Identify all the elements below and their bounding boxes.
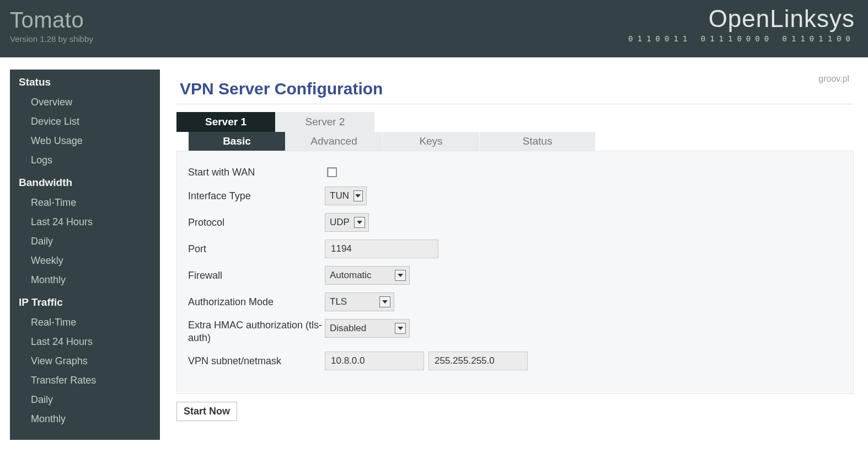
main-content: groov.pl VPN Server Configuration Server… [176, 70, 858, 421]
header-right: OpenLinksys 0110011 01110000 01101100 [628, 7, 855, 43]
select-firewall-value: Automatic [330, 270, 372, 281]
brand-logo: OpenLinksys [628, 7, 855, 31]
select-interface-type-value: TUN [330, 190, 349, 201]
select-protocol-value: UDP [330, 217, 350, 228]
sub-tabs: Basic Advanced Keys Status [189, 132, 854, 151]
app-header: Tomato Version 1.28 by shibby OpenLinksy… [0, 0, 868, 57]
sidebar-item-bw-monthly[interactable]: Monthly [10, 270, 160, 290]
select-hmac[interactable]: Disabled [325, 319, 410, 338]
row-hmac: Extra HMAC authorization (tls-auth) Disa… [188, 319, 842, 344]
sidebar-item-device-list[interactable]: Device List [10, 112, 160, 131]
sidebar-item-ipt-viewgraphs[interactable]: View Graphs [10, 352, 160, 371]
sidebar: Status Overview Device List Web Usage Lo… [10, 70, 160, 440]
row-interface-type: Interface Type TUN [188, 187, 842, 205]
brand-logo-sub: 0110011 01110000 01101100 [628, 34, 855, 43]
tab-server-1[interactable]: Server 1 [176, 112, 276, 132]
label-port: Port [188, 243, 325, 256]
select-hmac-value: Disabled [330, 323, 366, 334]
subtab-basic[interactable]: Basic [189, 132, 286, 151]
sidebar-item-logs[interactable]: Logs [10, 151, 160, 170]
sidebar-section-status: Status [10, 70, 160, 93]
brand-title: Tomato [10, 9, 93, 31]
sidebar-section-bandwidth: Bandwidth [10, 170, 160, 193]
chevron-down-icon [395, 270, 406, 281]
row-start-with-wan: Start with WAN [188, 166, 842, 179]
select-auth-mode-value: TLS [330, 296, 347, 307]
row-firewall: Firewall Automatic [188, 266, 842, 285]
row-auth-mode: Authorization Mode TLS [188, 292, 842, 311]
sidebar-item-bw-weekly[interactable]: Weekly [10, 251, 160, 270]
sidebar-section-iptraffic: IP Traffic [10, 290, 160, 313]
version-text: Version 1.28 by shibby [10, 34, 93, 44]
checkbox-start-with-wan[interactable] [327, 167, 337, 177]
sidebar-item-bw-realtime[interactable]: Real-Time [10, 193, 160, 212]
chevron-down-icon [379, 296, 390, 307]
chevron-down-icon [395, 323, 406, 334]
select-auth-mode[interactable]: TLS [325, 292, 394, 311]
select-protocol[interactable]: UDP [325, 213, 369, 232]
input-port[interactable] [325, 240, 438, 258]
server-tabs: Server 1 Server 2 [176, 112, 854, 132]
sidebar-item-ipt-realtime[interactable]: Real-Time [10, 313, 160, 332]
input-vpn-netmask[interactable] [428, 352, 528, 370]
sidebar-item-ipt-monthly[interactable]: Monthly [10, 410, 160, 429]
header-left: Tomato Version 1.28 by shibby [10, 7, 93, 44]
subtab-keys[interactable]: Keys [383, 132, 480, 151]
chevron-down-icon [353, 190, 363, 201]
label-subnet: VPN subnet/netmask [188, 355, 325, 368]
row-port: Port [188, 240, 842, 258]
subtab-status[interactable]: Status [480, 132, 596, 151]
label-auth-mode: Authorization Mode [188, 296, 325, 309]
start-now-button[interactable]: Start Now [176, 402, 237, 421]
top-link[interactable]: groov.pl [818, 74, 849, 84]
chevron-down-icon [354, 217, 365, 228]
label-start-with-wan: Start with WAN [188, 166, 325, 179]
label-interface-type: Interface Type [188, 190, 325, 203]
row-protocol: Protocol UDP [188, 213, 842, 232]
page-title: VPN Server Configuration [180, 79, 854, 98]
select-firewall[interactable]: Automatic [325, 266, 410, 285]
settings-panel: Start with WAN Interface Type TUN Protoc… [176, 151, 854, 394]
sidebar-item-bw-daily[interactable]: Daily [10, 232, 160, 251]
sidebar-item-ipt-daily[interactable]: Daily [10, 390, 160, 410]
sidebar-item-overview[interactable]: Overview [10, 93, 160, 112]
label-protocol: Protocol [188, 216, 325, 229]
tab-server-2[interactable]: Server 2 [276, 112, 375, 132]
row-subnet: VPN subnet/netmask [188, 352, 842, 370]
title-divider [176, 104, 854, 104]
select-interface-type[interactable]: TUN [325, 187, 367, 205]
label-hmac: Extra HMAC authorization (tls-auth) [188, 319, 325, 344]
sidebar-item-web-usage[interactable]: Web Usage [10, 131, 160, 151]
sidebar-item-ipt-transferrates[interactable]: Transfer Rates [10, 371, 160, 390]
subtab-advanced[interactable]: Advanced [286, 132, 383, 151]
label-firewall: Firewall [188, 269, 325, 282]
input-vpn-subnet[interactable] [325, 352, 424, 370]
sidebar-item-ipt-last24[interactable]: Last 24 Hours [10, 332, 160, 352]
sidebar-item-bw-last24[interactable]: Last 24 Hours [10, 212, 160, 232]
